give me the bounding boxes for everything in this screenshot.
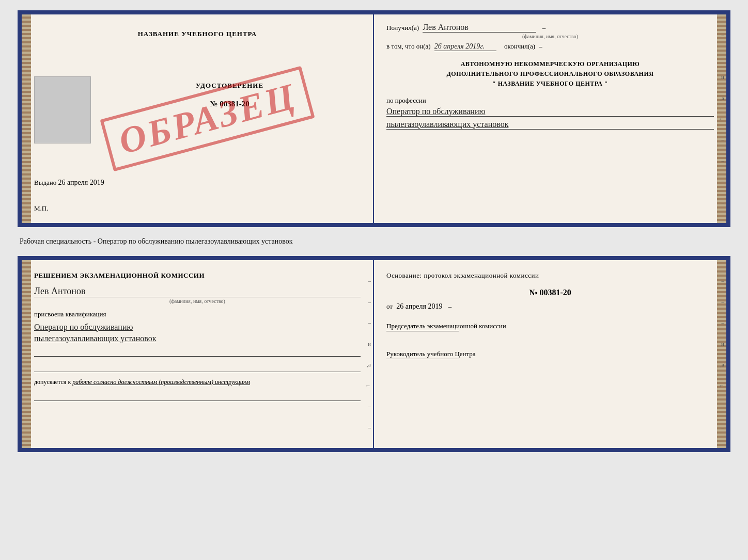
side-marker-br-2: – bbox=[710, 299, 726, 305]
cert-doc-number: № 00381-20 bbox=[97, 100, 363, 108]
obrazec-stamp: ОБРАЗЕЦ bbox=[53, 45, 363, 192]
ot-row: от 26 апреля 2019 – bbox=[386, 302, 714, 311]
dopusk-value: работе согласно должностным (производств… bbox=[72, 378, 250, 386]
org-line2: ДОПОЛНИТЕЛЬНОГО ПРОФЕССИОНАЛЬНОГО ОБРАЗО… bbox=[386, 69, 714, 79]
dash1: – bbox=[542, 24, 546, 31]
okonchil-label: окончил(а) bbox=[504, 42, 535, 50]
cert-left-panel: НАЗВАНИЕ УЧЕБНОГО ЦЕНТРА УДОСТОВЕРЕНИЕ №… bbox=[22, 14, 374, 223]
side-marker-5: – bbox=[710, 178, 726, 184]
cert-book-top: НАЗВАНИЕ УЧЕБНОГО ЦЕНТРА УДОСТОВЕРЕНИЕ №… bbox=[18, 10, 730, 227]
signature-line-2 bbox=[34, 361, 361, 372]
side-marker-bl-3: – bbox=[356, 319, 373, 326]
side-marker-br-a: ,а bbox=[710, 361, 726, 367]
resheniyem-label: Решением экзаменационной комиссии bbox=[34, 270, 361, 281]
ot-date: 26 апреля 2019 bbox=[396, 302, 442, 310]
side-markers-bottom-right: – – – и ,а ← – – bbox=[710, 260, 726, 448]
side-marker-4: – bbox=[710, 157, 726, 164]
side-marker-bl-2: – bbox=[356, 299, 373, 305]
predsedatel-sig-line bbox=[386, 331, 459, 331]
predsedatel-text: Председатель экзаменационной комиссии bbox=[386, 321, 714, 331]
fio-sublabel-top: (фамилия, имя, отчество) bbox=[386, 34, 714, 39]
side-marker-br-arrow: ← bbox=[710, 382, 726, 389]
v-tom-date: 26 апреля 2019г. bbox=[434, 42, 496, 51]
side-marker-2: – bbox=[710, 53, 726, 59]
ot-label: от bbox=[386, 302, 393, 310]
side-markers: – – и ,а ← – – – – bbox=[710, 14, 726, 223]
side-markers-bottom-left: – – – и ,а ← – – bbox=[356, 260, 373, 448]
cert-photo-placeholder bbox=[34, 76, 91, 143]
side-marker-6: – bbox=[710, 199, 726, 205]
side-marker-bl-5: ,а bbox=[356, 361, 373, 367]
side-marker-and: и bbox=[710, 74, 726, 80]
rukovoditel-text: Руководитель учебного Центра bbox=[386, 349, 714, 359]
bottom-fio-sublabel: (фамилия, имя, отчество) bbox=[34, 298, 361, 304]
bottom-name: Лев Антонов bbox=[34, 286, 361, 297]
bottom-right-panel: Основание: протокол экзаменационной коми… bbox=[374, 260, 726, 448]
ot-dash: – bbox=[448, 302, 452, 310]
po-professii-label: по профессии bbox=[386, 97, 426, 104]
cert-doc-title: УДОСТОВЕРЕНИЕ bbox=[97, 82, 363, 90]
poluchil-name: Лев Антонов bbox=[423, 23, 536, 33]
side-marker-br-3: – bbox=[710, 319, 726, 326]
qualification-line1: Оператор по обслуживанию bbox=[34, 323, 361, 332]
side-marker-br-4: – bbox=[710, 403, 726, 409]
vydano-date: 26 апреля 2019 bbox=[58, 179, 104, 186]
cert-vydano: Выдано 26 апреля 2019 bbox=[34, 179, 104, 187]
profession-line1: Оператор по обслуживанию bbox=[386, 107, 714, 117]
side-marker-bl-4: и bbox=[356, 341, 373, 347]
poluchil-label: Получил(а) bbox=[386, 24, 419, 31]
org-line1: АВТОНОМНУЮ НЕКОММЕРЧЕСКУЮ ОРГАНИЗАЦИЮ bbox=[386, 59, 714, 69]
org-line3: " НАЗВАНИЕ УЧЕБНОГО ЦЕНТРА " bbox=[386, 79, 714, 89]
cert-right-panel: Получил(а) Лев Антонов – (фамилия, имя, … bbox=[374, 14, 726, 223]
dopusk-line bbox=[34, 390, 361, 401]
side-marker-br-5: – bbox=[710, 424, 726, 430]
side-marker-a: ,а bbox=[710, 95, 726, 101]
signature-line-1 bbox=[34, 345, 361, 357]
side-marker-1: – bbox=[710, 32, 726, 38]
dopusk-label: допускается к bbox=[34, 378, 71, 386]
org-info: АВТОНОМНУЮ НЕКОММЕРЧЕСКУЮ ОРГАНИЗАЦИЮ ДО… bbox=[386, 59, 714, 89]
qualification-line2: пылегазоулавливающих установок bbox=[34, 334, 361, 343]
protocol-num: № 00381-20 bbox=[386, 288, 714, 297]
side-marker-3: – bbox=[710, 136, 726, 142]
bottom-left-panel: Решением экзаменационной комиссии Лев Ан… bbox=[22, 260, 374, 448]
side-marker-bl-7: – bbox=[356, 403, 373, 409]
cert-mp: М.П. bbox=[34, 204, 48, 213]
side-marker-bl-1: – bbox=[356, 278, 373, 284]
cert-book-bottom: Решением экзаменационной комиссии Лев Ан… bbox=[18, 256, 730, 452]
dash2: – bbox=[539, 42, 542, 50]
po-professii: по профессии Оператор по обслуживанию пы… bbox=[386, 97, 714, 130]
side-marker-arrow: ← bbox=[710, 116, 726, 122]
side-marker-br-and: и bbox=[710, 341, 726, 347]
subtitle: Рабочая специальность - Оператор по обсл… bbox=[18, 233, 730, 250]
cert-left-title: НАЗВАНИЕ УЧЕБНОГО ЦЕНТРА bbox=[34, 30, 361, 38]
vydano-label: Выдано bbox=[34, 179, 56, 186]
side-marker-bl-6: ← bbox=[356, 382, 373, 389]
osnovanie-label: Основание: протокол экзаменационной коми… bbox=[386, 270, 714, 281]
predsedatel-label: Председатель экзаменационной комиссии bbox=[386, 321, 714, 342]
v-tom-label: в том, что он(а) bbox=[386, 42, 431, 50]
profession-line2: пылегазоулавливающих установок bbox=[386, 120, 714, 130]
v-tom-row: в том, что он(а) 26 апреля 2019г. окончи… bbox=[386, 42, 714, 51]
rukovoditel-label: Руководитель учебного Центра bbox=[386, 349, 714, 370]
dopusk-text: допускается к работе согласно должностны… bbox=[34, 377, 361, 387]
rukovoditel-sig-line bbox=[386, 359, 459, 359]
document-container: НАЗВАНИЕ УЧЕБНОГО ЦЕНТРА УДОСТОВЕРЕНИЕ №… bbox=[18, 10, 730, 452]
side-marker-bl-8: – bbox=[356, 424, 373, 430]
side-marker-br-1: – bbox=[710, 278, 726, 284]
prisvoena-label: присвоена квалификация bbox=[34, 310, 361, 318]
poluchil-row: Получил(а) Лев Антонов – (фамилия, имя, … bbox=[386, 23, 714, 39]
